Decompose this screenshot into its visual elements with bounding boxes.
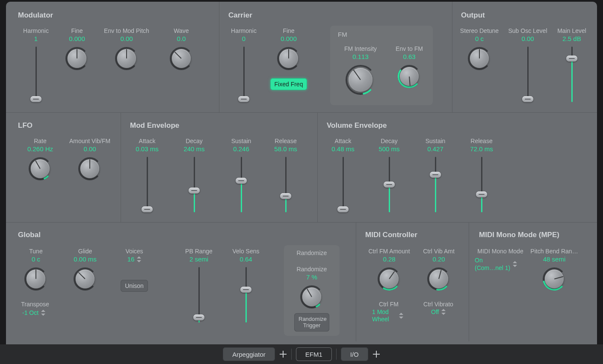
output-main-level-value: 2.5 dB	[562, 35, 581, 42]
ctrl-fm-select[interactable]: 1 Mod Wheel	[372, 308, 402, 323]
global-glide-knob[interactable]	[73, 267, 97, 291]
lfo-rate-label: Rate	[34, 138, 47, 144]
mod-env-release[interactable]: Release 58.0 ms	[269, 138, 303, 212]
global-pb-range-slider[interactable]	[195, 267, 203, 323]
section-title-output: Output	[461, 11, 485, 20]
instrument-button[interactable]: EFM1	[296, 347, 332, 361]
randomize-group-title: Randomize	[284, 250, 340, 256]
synth-panel: Modulator Harmonic 1 Fine 0.000 Env to M…	[6, 2, 597, 362]
modulator-harmonic[interactable]: Harmonic 1	[19, 27, 53, 102]
modulator-fine-knob[interactable]	[65, 47, 89, 70]
fm-intensity[interactable]: FM Intensity 0.113	[337, 45, 384, 95]
carrier-fine-value: 0.000	[281, 35, 297, 42]
mod-env-attack[interactable]: Attack 0.03 ms	[130, 138, 164, 212]
global-velo-sens[interactable]: Velo Sens 0.64	[227, 248, 265, 323]
mod-env-decay[interactable]: Decay 240 ms	[177, 138, 211, 212]
vol-env-sustain-slider[interactable]	[431, 157, 440, 212]
section-title-modulator: Modulator	[18, 11, 53, 20]
midi-mono-mode-label: MIDI Mono Mode	[475, 248, 526, 255]
section-title-midi-mono-mode: MIDI Mono Mode (MPE)	[479, 231, 559, 239]
fm-intensity-value: 0.113	[352, 53, 369, 60]
lfo-rate[interactable]: Rate 0.260 Hz	[19, 138, 62, 181]
fm-intensity-label: FM Intensity	[344, 45, 377, 52]
mod-env-sustain[interactable]: Sustain 0.246	[224, 138, 258, 212]
section-title-lfo: LFO	[18, 121, 33, 130]
output-stereo-detune[interactable]: Stereo Detune 0 c	[456, 27, 503, 70]
footer-separator	[336, 349, 337, 360]
global-tune-knob[interactable]	[24, 267, 48, 291]
io-button[interactable]: I/O	[341, 347, 368, 361]
vol-env-decay-slider[interactable]	[385, 157, 393, 212]
footer-bar: Arpeggiator EFM1 I/O	[0, 344, 603, 364]
output-stereo-detune-knob[interactable]	[467, 47, 491, 70]
fm-intensity-knob[interactable]	[345, 65, 376, 95]
lfo-rate-knob[interactable]	[28, 157, 52, 181]
mpe-pitch-bend-range-knob[interactable]	[542, 267, 566, 291]
global-tune[interactable]: Tune 0 c	[19, 248, 53, 291]
output-sub-osc-level-label: Sub Osc Level	[508, 27, 547, 34]
vol-env-release[interactable]: Release 72.0 ms	[464, 138, 499, 212]
carrier-harmonic[interactable]: Harmonic 0	[227, 27, 261, 102]
vol-env-release-slider[interactable]	[477, 157, 486, 212]
mod-env-sustain-slider[interactable]	[237, 157, 245, 212]
vol-env-decay[interactable]: Decay 500 ms	[372, 138, 406, 212]
ctrl-fm-amount-knob[interactable]	[377, 267, 401, 291]
ctrl-vibrato-select[interactable]: Off	[431, 308, 446, 315]
modulator-wave[interactable]: Wave 0.0	[164, 27, 198, 70]
output-stereo-detune-value: 0 c	[475, 35, 484, 42]
modulator-env-to-mod-pitch[interactable]: Env to Mod Pitch 0.00	[101, 27, 152, 70]
global-transpose-select[interactable]: -1 Oct	[22, 309, 45, 316]
vol-env-sustain[interactable]: Sustain 0.427	[418, 138, 452, 212]
output-sub-osc-slider[interactable]	[523, 47, 532, 102]
mod-env-decay-slider[interactable]	[190, 157, 198, 212]
global-voices[interactable]: Voices 16 Unison	[117, 248, 151, 292]
modulator-harmonic-slider[interactable]	[32, 47, 40, 102]
midi-mono-mode-select[interactable]: On (Com…nel 1)	[475, 256, 522, 272]
output-main-level[interactable]: Main Level 2.5 dB	[553, 27, 591, 102]
global-glide[interactable]: Glide 0.00 ms	[66, 248, 104, 291]
add-after-plus-icon[interactable]	[372, 350, 380, 358]
vol-env-attack-slider[interactable]	[339, 157, 347, 212]
carrier-harmonic-label: Harmonic	[231, 27, 257, 34]
carrier-fine[interactable]: Fine 0.000 Fixed Freq	[269, 27, 308, 90]
ctrl-vib-amt[interactable]: Ctrl Vib Amt 0.20	[417, 248, 460, 291]
global-pb-range[interactable]: PB Range 2 semi	[180, 248, 218, 323]
mpe-pitch-bend-range[interactable]: Pitch Bend Ran… 48 semi	[529, 248, 580, 291]
output-sub-osc-level[interactable]: Sub Osc Level 0.00	[506, 27, 549, 102]
section-title-mod-envelope: Mod Envelope	[130, 121, 179, 130]
section-title-carrier: Carrier	[228, 11, 252, 20]
modulator-wave-label: Wave	[174, 27, 189, 34]
carrier-fixed-freq-button[interactable]: Fixed Freq	[270, 78, 307, 90]
modulator-wave-knob[interactable]	[169, 47, 193, 70]
modulator-harmonic-value: 1	[34, 35, 38, 42]
env-to-fm[interactable]: Env to FM 0.63	[390, 45, 429, 88]
lfo-amount[interactable]: Amount Vib/FM 0.00	[64, 138, 115, 181]
ctrl-fm-amount[interactable]: Ctrl FM Amount 0.28	[364, 248, 415, 291]
randomize-trigger-button[interactable]: Randomize Trigger	[294, 313, 329, 332]
modulator-harmonic-label: Harmonic	[23, 27, 49, 34]
randomize-amount[interactable]: Randomize 7 %	[288, 266, 335, 309]
section-title-midi-controller: MIDI Controller	[365, 231, 417, 239]
randomize-knob[interactable]	[300, 285, 324, 309]
section-title-global: Global	[18, 231, 41, 239]
carrier-harmonic-slider[interactable]	[239, 47, 248, 102]
fm-group: FM FM Intensity 0.113 Env to FM 0.63	[330, 26, 433, 105]
global-velo-sens-slider[interactable]	[242, 267, 250, 323]
carrier-fine-knob[interactable]	[277, 47, 301, 70]
chevrons-icon	[41, 310, 45, 316]
modulator-fine[interactable]: Fine 0.000	[60, 27, 94, 70]
footer-separator	[291, 349, 292, 360]
ctrl-vibrato-label: Ctrl Vibrato	[419, 301, 458, 308]
unison-button[interactable]: Unison	[121, 280, 148, 292]
arpeggiator-button[interactable]: Arpeggiator	[223, 347, 275, 361]
output-main-level-slider[interactable]	[568, 47, 576, 102]
ctrl-vib-amt-knob[interactable]	[427, 267, 451, 291]
env-to-fm-knob[interactable]	[397, 65, 421, 88]
lfo-amount-knob[interactable]	[78, 157, 102, 181]
add-before-plus-icon[interactable]	[279, 350, 287, 358]
modulator-env-to-mod-pitch-knob[interactable]	[115, 47, 139, 70]
mod-env-release-slider[interactable]	[281, 157, 290, 212]
carrier-fine-label: Fine	[283, 27, 294, 34]
vol-env-attack[interactable]: Attack 0.48 ms	[326, 138, 360, 212]
mod-env-attack-slider[interactable]	[143, 157, 151, 212]
